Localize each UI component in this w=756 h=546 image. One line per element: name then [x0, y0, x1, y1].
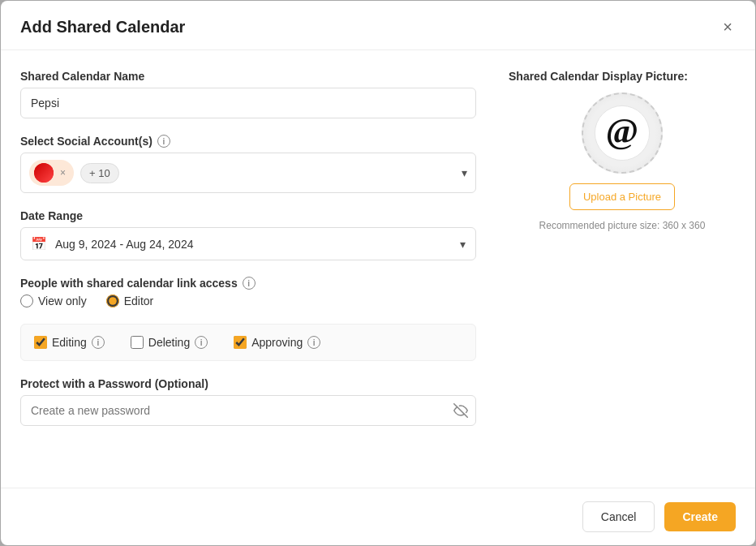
- deleting-permission[interactable]: Deleting i: [131, 336, 208, 349]
- modal-header: Add Shared Calendar ×: [1, 1, 755, 50]
- avatar-image: [34, 163, 54, 183]
- date-range-label: Date Range: [20, 209, 476, 222]
- approving-permission[interactable]: Approving i: [234, 336, 320, 349]
- modal-overlay: Add Shared Calendar × Shared Calendar Na…: [0, 0, 756, 546]
- right-column: Shared Calendar Display Picture: @ Uploa…: [509, 70, 736, 481]
- cancel-button[interactable]: Cancel: [582, 501, 655, 532]
- date-chevron-down-icon[interactable]: ▾: [460, 238, 466, 251]
- svg-text:@: @: [606, 111, 638, 150]
- editing-permission[interactable]: Editing i: [34, 336, 105, 349]
- approving-info-icon[interactable]: i: [307, 336, 320, 349]
- picture-preview: @: [582, 92, 663, 174]
- calendar-name-section: Shared Calendar Name: [20, 70, 476, 118]
- editing-label: Editing: [52, 336, 87, 349]
- editor-label: Editor: [124, 294, 154, 307]
- editing-checkbox[interactable]: [34, 336, 47, 349]
- toggle-password-visibility-button[interactable]: [453, 403, 468, 418]
- left-column: Shared Calendar Name Select Social Accou…: [20, 70, 476, 481]
- calendar-name-label: Shared Calendar Name: [20, 70, 476, 83]
- threads-logo-icon: @: [594, 105, 651, 161]
- editor-radio[interactable]: [106, 294, 119, 307]
- social-accounts-container[interactable]: × + 10 ▾: [20, 153, 476, 193]
- password-label: Protect with a Password (Optional): [20, 377, 476, 390]
- avatar: [34, 163, 54, 183]
- picture-upload-area: @ Upload a Picture Recommended picture s…: [509, 92, 736, 231]
- chip-more: + 10: [80, 163, 119, 183]
- approving-checkbox[interactable]: [234, 336, 247, 349]
- social-accounts-label: Select Social Account(s) i: [20, 135, 476, 148]
- date-range-picker[interactable]: 📅 Aug 9, 2024 - Aug 24, 2024 ▾: [20, 227, 476, 260]
- create-button[interactable]: Create: [664, 502, 736, 531]
- calendar-icon: 📅: [31, 236, 47, 252]
- calendar-name-input[interactable]: [20, 88, 476, 118]
- deleting-label: Deleting: [148, 336, 190, 349]
- deleting-info-icon[interactable]: i: [195, 336, 208, 349]
- access-label: People with shared calendar link access …: [20, 277, 476, 290]
- display-picture-label: Shared Calendar Display Picture:: [509, 70, 736, 83]
- password-field-wrap: [20, 395, 476, 426]
- access-info-icon[interactable]: i: [243, 277, 256, 290]
- chevron-down-icon[interactable]: ▾: [462, 166, 467, 179]
- permissions-box: Editing i Deleting i Approving i: [20, 324, 476, 361]
- editor-radio-label[interactable]: Editor: [106, 294, 154, 307]
- password-input[interactable]: [20, 395, 476, 426]
- account-chip: ×: [29, 160, 74, 186]
- view-only-radio-label[interactable]: View only: [20, 294, 87, 307]
- approving-label: Approving: [251, 336, 303, 349]
- date-range-section: Date Range 📅 Aug 9, 2024 - Aug 24, 2024 …: [20, 209, 476, 260]
- deleting-checkbox[interactable]: [131, 336, 144, 349]
- modal-title: Add Shared Calendar: [20, 18, 185, 37]
- access-radio-group: View only Editor: [20, 294, 476, 307]
- date-range-value: Aug 9, 2024 - Aug 24, 2024: [55, 238, 452, 251]
- access-control-section: People with shared calendar link access …: [20, 277, 476, 307]
- password-section: Protect with a Password (Optional): [20, 377, 476, 426]
- editing-info-icon[interactable]: i: [92, 336, 105, 349]
- modal-dialog: Add Shared Calendar × Shared Calendar Na…: [1, 1, 755, 545]
- picture-size-hint: Recommended picture size: 360 x 360: [539, 220, 706, 231]
- upload-picture-button[interactable]: Upload a Picture: [569, 183, 675, 210]
- view-only-label: View only: [38, 294, 87, 307]
- modal-body: Shared Calendar Name Select Social Accou…: [1, 50, 755, 481]
- social-accounts-section: Select Social Account(s) i × + 10 ▾: [20, 135, 476, 193]
- social-accounts-info-icon[interactable]: i: [157, 135, 170, 148]
- chip-remove-button[interactable]: ×: [58, 168, 66, 178]
- view-only-radio[interactable]: [20, 294, 33, 307]
- eye-off-icon: [453, 403, 468, 418]
- close-button[interactable]: ×: [719, 15, 736, 38]
- modal-footer: Cancel Create: [1, 488, 755, 545]
